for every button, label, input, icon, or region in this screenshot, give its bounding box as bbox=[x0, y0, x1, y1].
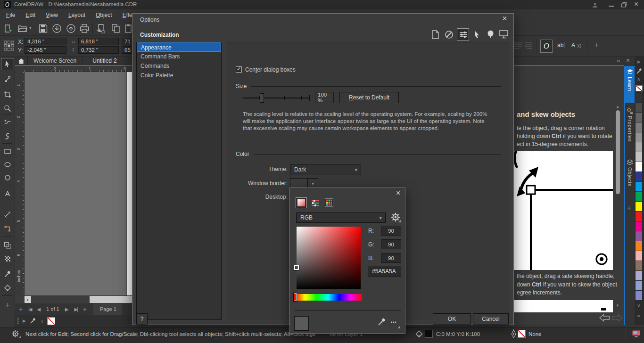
fit-text-o-button[interactable]: O bbox=[540, 40, 553, 53]
color-model-dropdown[interactable]: RGB▾ bbox=[296, 212, 386, 223]
menu-edit[interactable]: Edit bbox=[20, 9, 41, 21]
learn-scroll-down-icon[interactable]: ▼ bbox=[616, 303, 619, 308]
cancel-button[interactable]: Cancel bbox=[473, 313, 509, 325]
object-height-field[interactable]: 0,732 " bbox=[78, 46, 119, 54]
g-channel-field[interactable]: 90 bbox=[381, 239, 401, 249]
text-tool-button[interactable]: A bbox=[1, 187, 14, 199]
next-page-button[interactable]: ▶ bbox=[65, 307, 69, 312]
palette-swatch[interactable] bbox=[636, 122, 642, 132]
zoom-tool-button[interactable] bbox=[1, 102, 14, 114]
palette-scroll-down-icon[interactable]: ∨ bbox=[637, 303, 640, 308]
monitor-options-icon[interactable] bbox=[498, 29, 509, 40]
picker-eyedropper-icon[interactable] bbox=[377, 318, 386, 327]
tab-welcome-screen[interactable]: Welcome Screen bbox=[27, 57, 82, 65]
palette-grip[interactable] bbox=[17, 318, 19, 324]
scroll-left-button[interactable]: ‹ bbox=[25, 296, 31, 303]
document-options-icon[interactable] bbox=[429, 29, 441, 40]
new-document-icon[interactable] bbox=[4, 24, 13, 33]
palette-scroll-up-icon[interactable]: ∧ bbox=[637, 76, 640, 82]
hex-field[interactable]: #5A5A5A bbox=[368, 266, 401, 277]
connector-tool-button[interactable] bbox=[1, 222, 14, 235]
save-icon[interactable] bbox=[39, 24, 48, 33]
transparency-tool-button[interactable] bbox=[1, 239, 14, 252]
palette-eyedropper-icon[interactable] bbox=[636, 68, 643, 74]
crop-tool-button[interactable] bbox=[1, 89, 14, 101]
palette-flyout-icon[interactable]: ▶ bbox=[23, 318, 26, 323]
add-docker-button[interactable]: + bbox=[627, 204, 631, 212]
edit-text-button[interactable]: ab bbox=[557, 42, 564, 49]
sidebar-item-color-palette[interactable]: Color Palette bbox=[137, 71, 221, 80]
palette-expand-icon[interactable]: » bbox=[637, 312, 640, 319]
palette-swatch[interactable] bbox=[636, 271, 642, 280]
hue-marker[interactable] bbox=[294, 293, 297, 301]
reset-to-default-button[interactable]: Reset to Default bbox=[339, 92, 399, 103]
learn-forward-button[interactable] bbox=[612, 314, 623, 322]
palette-swatch[interactable] bbox=[636, 162, 642, 172]
color-eyedropper-tool-button[interactable] bbox=[1, 268, 14, 280]
add-tool-button[interactable]: + bbox=[1, 299, 14, 311]
palette-swatch[interactable] bbox=[636, 221, 642, 231]
shape-tool-button[interactable] bbox=[1, 73, 14, 85]
previous-page-button[interactable]: ◀ bbox=[37, 307, 41, 312]
cloud-download-icon[interactable] bbox=[52, 24, 62, 33]
help-button[interactable]: ? bbox=[136, 313, 148, 325]
canvas[interactable] bbox=[25, 72, 132, 295]
object-width-field[interactable]: 6,818 " bbox=[78, 38, 119, 45]
more-color-options-button[interactable]: ••• bbox=[391, 320, 396, 325]
palette-flyout-icon[interactable]: ▶ bbox=[637, 59, 641, 64]
no-workspace-icon[interactable] bbox=[443, 29, 454, 40]
freehand-tool-button[interactable] bbox=[1, 116, 14, 129]
palette-swatch[interactable] bbox=[636, 93, 642, 102]
palette-swatch[interactable] bbox=[636, 281, 642, 290]
scale-value-field[interactable]: 100 % bbox=[315, 92, 334, 103]
learn-scrollbar-thumb[interactable] bbox=[616, 110, 620, 194]
palette-swatch[interactable] bbox=[636, 231, 642, 241]
b-channel-field[interactable]: 90 bbox=[381, 253, 401, 263]
tab-learn[interactable]: Learn bbox=[625, 66, 635, 103]
add-toolbar-item-button[interactable]: + bbox=[594, 41, 599, 50]
palette-swatch[interactable] bbox=[636, 212, 642, 221]
ellipse-tool-button[interactable] bbox=[1, 158, 14, 171]
sidebar-item-appearance[interactable]: Appearance bbox=[137, 42, 221, 52]
learn-scroll-up-icon[interactable]: ▲ bbox=[616, 105, 619, 109]
menu-object[interactable]: Object bbox=[91, 9, 117, 21]
dialog-close-button[interactable]: × bbox=[502, 14, 507, 24]
color-viewers-tab[interactable] bbox=[296, 197, 307, 208]
palette-swatch[interactable] bbox=[636, 291, 642, 300]
no-color-swatch[interactable] bbox=[47, 317, 55, 325]
slider-thumb[interactable] bbox=[260, 93, 264, 103]
text-align-icon[interactable] bbox=[524, 41, 533, 50]
artistic-media-tool-button[interactable] bbox=[1, 130, 14, 142]
color-palettes-tab[interactable] bbox=[325, 198, 333, 207]
copy-icon[interactable] bbox=[111, 24, 121, 33]
palette-swatch[interactable] bbox=[636, 202, 642, 211]
color-sliders-tab[interactable] bbox=[311, 199, 320, 207]
palette-swatch[interactable] bbox=[636, 152, 642, 162]
picker-close-button[interactable]: × bbox=[396, 189, 400, 197]
no-color-swatch[interactable] bbox=[636, 85, 643, 91]
palette-swatch[interactable] bbox=[636, 113, 642, 122]
page-tab[interactable]: Page 1 bbox=[93, 303, 122, 315]
last-page-button[interactable]: ▶| bbox=[74, 307, 77, 312]
menu-view[interactable]: View bbox=[41, 9, 63, 21]
theme-dropdown[interactable]: Dark▾ bbox=[290, 164, 361, 175]
outline-color-swatch[interactable] bbox=[518, 330, 526, 338]
h-scrollbar-thumb[interactable] bbox=[90, 296, 134, 303]
center-dialogs-checkbox[interactable]: ✓ bbox=[236, 66, 242, 73]
open-caret-icon[interactable]: ▾ bbox=[29, 25, 32, 30]
r-channel-field[interactable]: 90 bbox=[381, 226, 401, 236]
palette-swatch[interactable] bbox=[636, 192, 642, 201]
restore-button[interactable] bbox=[621, 2, 627, 7]
first-page-button[interactable]: |◀ bbox=[28, 307, 31, 312]
mesh-fill-tool-button[interactable] bbox=[1, 253, 14, 265]
sidebar-item-commands[interactable]: Commands bbox=[137, 61, 221, 71]
pointer-options-icon[interactable] bbox=[471, 29, 482, 40]
status-gear-icon[interactable] bbox=[11, 330, 19, 338]
learn-back-button[interactable] bbox=[599, 314, 610, 322]
rectangle-tool-button[interactable] bbox=[1, 145, 14, 157]
palette-eyedropper-icon[interactable] bbox=[30, 318, 36, 324]
menu-file[interactable]: File bbox=[1, 9, 20, 21]
add-page-after-button[interactable]: + bbox=[83, 305, 87, 313]
color-field[interactable] bbox=[297, 227, 361, 289]
pick-tool-button[interactable] bbox=[1, 58, 14, 70]
